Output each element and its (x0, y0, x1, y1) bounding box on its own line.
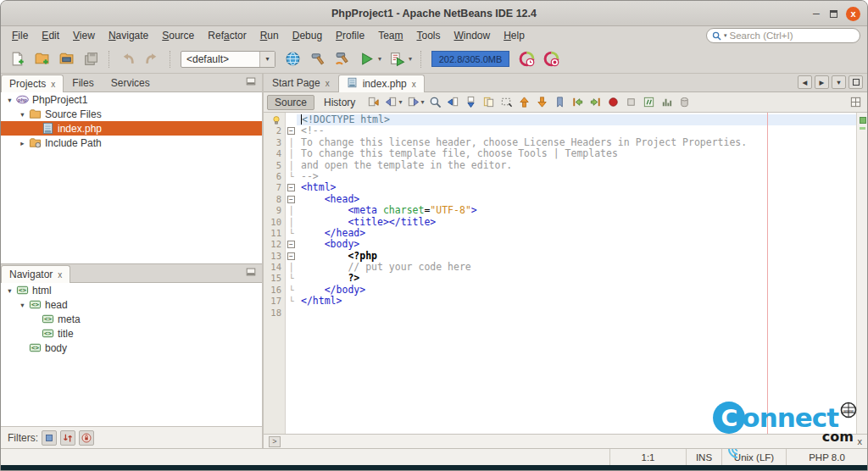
fold-marker[interactable]: − (286, 182, 297, 193)
profile-stop-button[interactable] (540, 48, 562, 70)
chevron-down-icon[interactable]: ▾ (420, 98, 424, 106)
menu-edit[interactable]: Edit (36, 28, 65, 43)
insert-mode-indicator[interactable]: INS (686, 449, 721, 465)
line-number[interactable]: 8 (264, 194, 286, 205)
find-next-button[interactable] (462, 94, 479, 111)
open-project-button[interactable] (55, 48, 77, 70)
previous-occurrence-button[interactable] (515, 94, 532, 111)
fold-collapse-icon[interactable]: − (287, 127, 295, 135)
fold-marker[interactable]: − (286, 194, 297, 205)
menu-source[interactable]: Source (156, 28, 200, 43)
close-icon[interactable]: x (326, 79, 330, 88)
line-number[interactable]: 15 (264, 273, 286, 284)
close-button[interactable]: x (846, 7, 860, 21)
record-macro-button[interactable] (604, 94, 621, 111)
menu-run[interactable]: Run (254, 28, 285, 43)
shift-right-button[interactable] (587, 94, 604, 111)
configuration-combobox[interactable]: <default>▾ (181, 51, 275, 68)
line-number[interactable]: 2 (264, 125, 286, 136)
line-number[interactable]: 6 (264, 171, 286, 182)
line-number[interactable]: 18 (264, 308, 286, 319)
line-number[interactable]: 12 (264, 239, 286, 250)
memory-usage-indicator[interactable]: 202.8/305.0MB (431, 51, 509, 67)
chevron-down-icon[interactable]: ▾ (409, 55, 412, 63)
fold-collapse-icon[interactable]: − (287, 252, 295, 260)
tree-item-meta[interactable]: <>meta (1, 312, 262, 326)
maximize-button[interactable] (830, 10, 837, 18)
clean-build-button[interactable] (331, 48, 353, 70)
tab-navigator[interactable]: Navigator x (1, 265, 70, 283)
chevron-down-icon[interactable]: ▾ (378, 55, 381, 63)
scroll-tabs-left-button[interactable]: ◀ (798, 75, 812, 89)
line-number[interactable]: 11 (264, 228, 286, 239)
back-button[interactable] (382, 94, 399, 111)
redo-button[interactable] (141, 48, 163, 70)
search-dropdown-icon[interactable]: ▾ (724, 32, 727, 39)
fold-marker[interactable]: − (286, 239, 297, 250)
quick-search-box[interactable]: ▾ (706, 28, 860, 43)
tab-services[interactable]: Services (103, 74, 159, 91)
panel-minimize-icon[interactable] (245, 266, 259, 280)
fold-collapse-icon[interactable]: − (287, 184, 295, 191)
menu-view[interactable]: View (67, 28, 101, 43)
tree-item-phpproject1[interactable]: ▾phpPhpProject1 (1, 92, 262, 107)
expand-toggle-icon[interactable]: ▾ (4, 286, 15, 295)
toggle-highlight-button[interactable] (480, 94, 497, 111)
menu-team[interactable]: Team (372, 28, 409, 43)
line-number[interactable]: 16 (264, 285, 286, 296)
build-button[interactable] (306, 48, 328, 70)
tree-item-index-php[interactable]: index.php (1, 121, 262, 136)
shift-left-button[interactable] (569, 94, 586, 111)
menu-window[interactable]: Window (448, 28, 497, 43)
tab-start-page[interactable]: Start Pagex (264, 74, 338, 91)
expand-toggle-icon[interactable]: ▸ (17, 139, 28, 147)
chevron-down-icon[interactable]: ▾ (259, 52, 275, 67)
tree-item-html[interactable]: ▾<>html (1, 283, 262, 297)
close-icon[interactable]: x (51, 80, 55, 89)
split-editor-icon[interactable] (847, 94, 864, 111)
maximize-editor-button[interactable] (849, 75, 863, 89)
uncomment-button[interactable] (658, 94, 675, 111)
line-number[interactable]: 4 (264, 148, 286, 159)
search-input[interactable] (730, 30, 854, 41)
tree-item-body[interactable]: <>body (1, 341, 262, 355)
expand-toggle-icon[interactable]: ▾ (17, 301, 28, 309)
profile-project-button[interactable] (515, 48, 537, 70)
menu-tools[interactable]: Tools (410, 28, 446, 43)
filter-sort-button[interactable] (60, 430, 75, 446)
line-number[interactable]: 17 (264, 296, 286, 307)
fold-collapse-icon[interactable]: − (287, 241, 295, 248)
panel-minimize-icon[interactable] (245, 75, 259, 89)
menu-help[interactable]: Help (498, 28, 531, 43)
debug-project-button[interactable] (386, 48, 408, 70)
tab-list-button[interactable]: ▼ (832, 75, 846, 89)
strip-close-icon[interactable]: x (858, 436, 863, 446)
fold-collapse-icon[interactable]: − (287, 196, 295, 203)
code-templates-button[interactable] (676, 94, 693, 111)
code-editor[interactable]: <!DOCTYPE html>2−<!--3│To change this li… (264, 113, 867, 434)
chevron-down-icon[interactable]: ▾ (398, 98, 402, 106)
line-number[interactable]: 13 (264, 251, 286, 262)
toggle-bookmark-button[interactable] (551, 94, 568, 111)
fold-marker[interactable]: − (286, 251, 297, 262)
line-number[interactable]: 7 (264, 182, 286, 193)
find-button[interactable] (426, 94, 443, 111)
new-project-button[interactable] (31, 48, 53, 70)
line-number[interactable]: 10 (264, 217, 286, 228)
line-number[interactable]: 5 (264, 160, 286, 171)
tree-item-source-files[interactable]: ▾Source Files (1, 107, 262, 121)
tree-item-head[interactable]: ▾<>head (1, 297, 262, 312)
next-occurrence-button[interactable] (533, 94, 550, 111)
history-view-button[interactable]: History (317, 95, 362, 110)
close-icon[interactable]: x (412, 80, 416, 89)
line-number[interactable]: 3 (264, 137, 286, 148)
find-previous-button[interactable] (444, 94, 461, 111)
error-stripe[interactable] (856, 113, 867, 434)
menu-navigate[interactable]: Navigate (103, 28, 154, 43)
menu-debug[interactable]: Debug (287, 28, 328, 43)
rectangular-selection-button[interactable] (498, 94, 515, 111)
line-number[interactable]: 14 (264, 262, 286, 273)
minimize-button[interactable]: – (811, 8, 821, 19)
close-icon[interactable]: x (58, 270, 62, 280)
stop-macro-button[interactable] (622, 94, 639, 111)
